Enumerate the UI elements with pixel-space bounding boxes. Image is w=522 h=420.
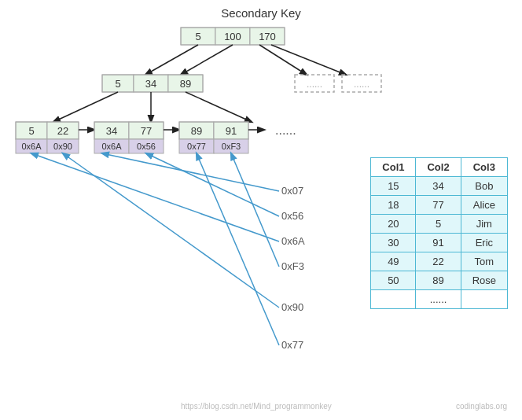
svg-line-8 [145,45,198,75]
cell-r3-c2: Eric [461,234,507,252]
cell-r2-c1: 5 [416,215,461,234]
svg-text:0x77: 0x77 [187,142,206,151]
cell-r5-c1: 89 [416,271,461,290]
cell-r0-c0: 15 [371,177,416,196]
svg-text:0xF3: 0xF3 [281,260,304,272]
svg-text:89: 89 [180,78,191,90]
data-table: Col1 Col2 Col3 1534Bob1877Alice205Jim309… [370,157,508,309]
table-row: 1877Alice [371,196,508,215]
cell-r4-c1: 22 [416,252,461,271]
watermark2: codinglabs.org [456,402,507,411]
cell-r5-c2: Rose [461,271,507,290]
svg-text:77: 77 [141,125,152,137]
svg-text:100: 100 [224,31,241,42]
svg-text:5: 5 [28,125,34,137]
svg-text:0x6A: 0x6A [281,235,305,247]
svg-text:91: 91 [226,125,237,137]
svg-text:......: ...... [275,123,296,137]
svg-text:89: 89 [191,125,202,137]
cell-r2-c0: 20 [371,215,416,234]
svg-text:170: 170 [259,31,276,42]
svg-text:22: 22 [57,125,68,137]
page-title: Secondary Key [221,6,301,20]
svg-line-67 [31,153,279,241]
cell-r5-c0: 50 [371,271,416,290]
svg-line-9 [181,45,233,75]
svg-text:5: 5 [115,78,120,90]
svg-text:0x56: 0x56 [281,210,303,222]
cell-r3-c0: 30 [371,234,416,252]
svg-line-63 [102,153,279,191]
cell-r1-c0: 18 [371,196,416,215]
cell-r0-c1: 34 [416,177,461,196]
table-row: 5089Rose [371,271,508,290]
svg-text:......: ...... [354,79,369,90]
table-dots-row: ...... [371,290,508,309]
cell-r1-c1: 77 [416,196,461,215]
col2-header: Col2 [416,158,461,177]
svg-text:......: ...... [307,79,322,90]
svg-line-25 [53,92,118,122]
cell-r4-c2: Tom [461,252,507,271]
table-row: 1534Bob [371,177,508,196]
watermark: https://blog.csdn.net/Mind_programmonkey [181,402,332,411]
svg-text:0x6A: 0x6A [101,142,122,151]
cell-r2-c2: Jim [461,215,507,234]
svg-text:0x90: 0x90 [281,301,303,313]
svg-text:0x77: 0x77 [281,339,303,351]
svg-text:5: 5 [195,31,200,42]
col1-header: Col1 [371,158,416,177]
svg-text:34: 34 [145,78,156,90]
svg-line-27 [186,92,252,122]
table-row: 205Jim [371,215,508,234]
table-row: 4922Tom [371,252,508,271]
svg-text:0x90: 0x90 [53,142,72,151]
cell-r1-c2: Alice [461,196,507,215]
cell-r4-c0: 49 [371,252,416,271]
svg-text:34: 34 [106,125,117,137]
svg-text:0x07: 0x07 [281,185,303,197]
svg-text:0x56: 0x56 [137,142,156,151]
cell-r3-c1: 91 [416,234,461,252]
col3-header: Col3 [461,158,507,177]
svg-text:0xF3: 0xF3 [222,142,241,151]
cell-r0-c2: Bob [461,177,507,196]
svg-text:0x6A: 0x6A [21,142,42,151]
table-row: 3091Eric [371,234,508,252]
svg-line-65 [146,153,279,216]
